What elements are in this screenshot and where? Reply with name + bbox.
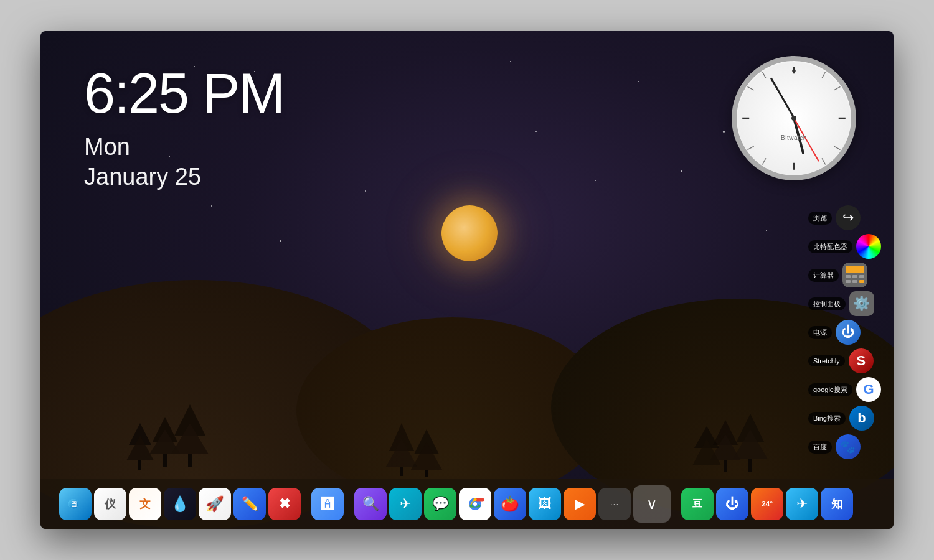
panel-icon-bing[interactable]: b [849, 406, 874, 431]
dock-divider-2 [349, 492, 349, 516]
dock-item-fanqie[interactable]: 🍅 [494, 488, 526, 520]
panel-label-control: 控制面板 [808, 297, 846, 310]
svg-marker-13 [411, 442, 442, 470]
svg-rect-14 [425, 470, 428, 477]
star [595, 180, 596, 181]
svg-rect-20 [748, 459, 752, 472]
svg-rect-38 [846, 275, 851, 278]
dock-divider-1 [306, 492, 306, 516]
star [450, 141, 451, 141]
time-text: 6:25 PM [84, 65, 284, 121]
svg-line-33 [747, 86, 753, 90]
panel-item-bing[interactable]: Bing搜索 b [808, 406, 881, 431]
dock-item-cross[interactable]: ✖ [268, 488, 301, 520]
star [681, 56, 681, 57]
trees-svg [40, 305, 894, 479]
svg-rect-2 [163, 454, 167, 467]
star [382, 91, 382, 91]
panel-item-power[interactable]: 电源 ⏻ [808, 320, 881, 345]
star [766, 230, 767, 231]
dock-item-telegram[interactable]: ✈ [786, 488, 818, 520]
star [313, 121, 314, 121]
dock-item-cal[interactable]: 仪 [94, 488, 126, 520]
svg-rect-37 [846, 266, 864, 273]
dock-item-drop[interactable]: 💧 [164, 488, 196, 520]
panel-icon-google[interactable]: G [856, 377, 881, 402]
svg-rect-8 [138, 460, 141, 470]
dock-item-douban[interactable]: 豆 [681, 488, 714, 520]
star [681, 170, 682, 172]
panel-item-google[interactable]: google搜索 G [808, 377, 881, 402]
svg-rect-39 [852, 275, 857, 278]
dock-item-more[interactable]: ··· [598, 488, 631, 520]
dock-item-copilot[interactable]: ✈ [389, 488, 422, 520]
panel-icon-browse[interactable]: ↪ [836, 205, 861, 230]
svg-line-32 [747, 146, 753, 150]
panel-label-color: 比特配色器 [808, 240, 852, 253]
clock-center-dot [791, 116, 796, 121]
time-display: 6:25 PM Mon January 25 [84, 65, 284, 190]
svg-rect-40 [859, 275, 864, 278]
svg-rect-5 [188, 454, 192, 467]
dock-item-search[interactable]: 🔍 [354, 488, 387, 520]
dock-item-power[interactable]: ⏻ [716, 488, 748, 520]
panel-item-control[interactable]: 控制面板 ⚙️ [808, 291, 881, 316]
svg-line-29 [834, 146, 840, 150]
svg-line-34 [762, 72, 766, 78]
svg-rect-41 [846, 280, 851, 283]
panel-icon-color[interactable] [856, 234, 881, 259]
panel-icon-baidu[interactable]: 🐾 [836, 434, 861, 459]
svg-marker-7 [126, 436, 154, 460]
dock-item-play[interactable]: ▶ [564, 488, 596, 520]
svg-line-28 [834, 86, 840, 90]
svg-marker-4 [171, 423, 209, 454]
dock-divider-3 [676, 492, 676, 516]
star [365, 190, 366, 192]
panel-item-stretchly[interactable]: Stretchly S [808, 348, 881, 373]
panel-label-baidu: 百度 [808, 441, 832, 454]
clock-widget [732, 56, 856, 180]
panel-label-stretchly: Stretchly [808, 355, 845, 366]
moon [441, 205, 498, 261]
panel-label-power: 电源 [808, 326, 832, 339]
star [569, 106, 570, 106]
panel-label-google: google搜索 [808, 383, 852, 396]
panel-item-baidu[interactable]: 百度 🐾 [808, 434, 881, 459]
svg-rect-43 [859, 280, 864, 283]
date-text: January 25 [84, 164, 284, 190]
svg-line-31 [762, 158, 766, 164]
panel-label-bing: Bing搜索 [808, 412, 846, 425]
panel-item-calc[interactable]: 计算器 [808, 263, 881, 287]
panel-item-browse[interactable]: 浏览 ↪ [808, 205, 881, 230]
star [535, 131, 537, 132]
dock-item-weather[interactable]: 24° [751, 488, 783, 520]
svg-text:🖥: 🖥 [70, 499, 78, 509]
dock-item-text[interactable]: 文 [129, 488, 161, 520]
svg-rect-42 [852, 280, 857, 283]
star [280, 240, 281, 242]
panel-icon-control[interactable]: ⚙️ [849, 291, 874, 316]
dock: 🖥 仪 文 💧 🚀 ✏️ ✖ 🅰 🔍 ✈ 💬 🍅 🖼 ▶ [40, 479, 894, 529]
svg-rect-17 [724, 460, 727, 472]
panel-item-color[interactable]: 比特配色器 [808, 234, 881, 259]
clock-face [732, 56, 856, 180]
panel-icon-calc[interactable] [842, 263, 867, 287]
dock-item-window[interactable]: 🖼 [529, 488, 561, 520]
svg-point-51 [473, 502, 477, 506]
quick-panel: 浏览 ↪ 比特配色器 计算器 控制面板 ⚙️ 电源 ⏻ Stretchly S [808, 205, 881, 459]
dock-item-chrome[interactable] [459, 488, 491, 520]
dock-item-zhihu[interactable]: 知 [821, 488, 853, 520]
svg-point-35 [792, 69, 796, 73]
day-text: Mon [84, 134, 284, 161]
panel-icon-stretchly[interactable]: S [849, 348, 874, 373]
dock-item-appstore[interactable]: 🅰 [311, 488, 344, 520]
panel-icon-power[interactable]: ⏻ [836, 320, 861, 345]
dock-item-rocket[interactable]: 🚀 [199, 488, 231, 520]
star [510, 61, 511, 62]
dock-item-down[interactable]: ∨ [633, 485, 671, 523]
star [723, 131, 725, 133]
dock-item-wechat[interactable]: 💬 [424, 488, 456, 520]
svg-line-30 [822, 158, 826, 164]
dock-item-pencil[interactable]: ✏️ [234, 488, 266, 520]
dock-item-finder[interactable]: 🖥 [59, 488, 92, 520]
